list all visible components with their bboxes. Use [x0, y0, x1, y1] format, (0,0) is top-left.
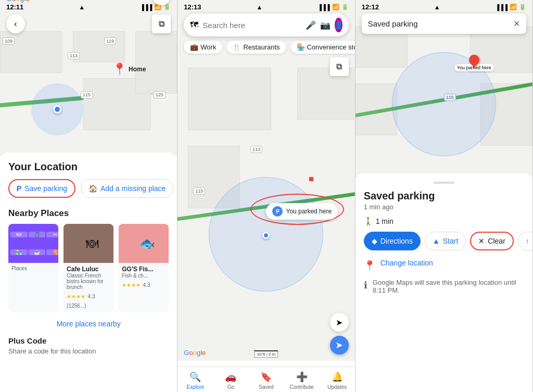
- panel-saved-parking: 113 115 You parked here 12:12 ▲ ▐▐▐📶🔋 ✕ …: [356, 0, 533, 392]
- your-location-heading: Your Location: [8, 161, 169, 173]
- saved-label: Saved: [259, 384, 273, 390]
- clear-icon: ✕: [478, 237, 485, 245]
- road-num-113: 113: [68, 52, 80, 59]
- parked-icon: P: [272, 206, 283, 217]
- saved-icon: 🔖: [260, 371, 272, 383]
- back-icon: ‹: [14, 19, 17, 29]
- convenience-chip[interactable]: 🏪 Convenience stores: [290, 41, 355, 54]
- road-num-115-p2: 115: [193, 187, 205, 195]
- save-parking-chip[interactable]: P Save parking: [8, 179, 75, 198]
- nav-saved[interactable]: 🔖 Saved: [248, 371, 284, 390]
- parking-icon: P: [17, 184, 21, 193]
- plus-code-heading: Plus Code: [8, 336, 169, 345]
- convenience-chip-label: Convenience stores: [307, 43, 355, 51]
- nearby-card-cafe-luluc[interactable]: 🍽 Cafe Luluc Classic French bistro known…: [64, 224, 113, 312]
- google-logo-2: Google: [184, 349, 206, 357]
- change-location-link[interactable]: Change location: [380, 259, 433, 267]
- home-label: Home: [129, 66, 146, 73]
- more-places-link[interactable]: More places nearby: [8, 320, 169, 328]
- road-num-113-p2: 113: [250, 146, 262, 153]
- nav-updates[interactable]: 🔔 Updates: [320, 371, 355, 390]
- nearby-places-heading: Nearby Places: [8, 208, 169, 219]
- scale-ft: 10 ft: [257, 352, 265, 357]
- scale-bar: 10 ft / 2 m: [255, 350, 278, 358]
- share-button[interactable]: ↑ Share: [518, 232, 532, 250]
- work-chip[interactable]: 💼 Work: [184, 41, 222, 54]
- clear-button[interactable]: ✕ Clear: [470, 232, 513, 250]
- go-icon: 🚗: [225, 371, 236, 383]
- bottom-sheet-1: Your Location P Save parking 🏠 Add a mis…: [0, 153, 177, 392]
- search-bar: 🗺 🎤 📷 👤: [184, 14, 348, 36]
- restaurants-chip[interactable]: 🍴 Restaurants: [226, 41, 286, 54]
- go-label: Go: [227, 384, 234, 390]
- compass-icon-1: ➤: [158, 0, 165, 1]
- compass-icon-2: ➤: [336, 318, 342, 327]
- location-dot: [53, 105, 61, 113]
- saved-parking-search-input[interactable]: [368, 19, 509, 28]
- start-button[interactable]: ▲ Start: [425, 232, 466, 250]
- layers-icon-2: ⧉: [336, 62, 342, 71]
- status-time-2: 12:13: [184, 3, 201, 11]
- nearby-card-ggs-fish[interactable]: 🐟 GG'S Fis... Fish & ch... ★★★★ 4.3: [119, 224, 169, 312]
- accuracy-ring: [31, 83, 83, 135]
- arrow-icon: ➤: [335, 339, 343, 351]
- nav-explore[interactable]: 🔍 Explore: [177, 371, 213, 390]
- directions-icon: ◆: [372, 237, 377, 245]
- cafe-luluc-name: Cafe Luluc: [67, 265, 110, 273]
- directions-button[interactable]: ◆ Directions: [364, 232, 421, 250]
- nav-go[interactable]: 🚗 Go: [213, 371, 248, 390]
- status-bar-2: 12:13 ▲ ▐▐▐📶🔋: [177, 0, 354, 12]
- mic-icon[interactable]: 🎤: [306, 20, 316, 30]
- panel-search-map: 113 115 P You parked here 12:13 ▲ ▐▐▐📶🔋: [177, 0, 355, 392]
- nearby-card-img-generic: 🍽 🎵 ✂ 🏪 ☕ 🍕: [8, 224, 58, 263]
- status-time-3: 12:12: [362, 3, 379, 11]
- status-icons-3: ▐▐▐📶🔋: [496, 4, 526, 10]
- google-maps-logo: 🗺: [190, 20, 198, 30]
- close-button[interactable]: ✕: [513, 19, 520, 29]
- saved-parking-heading: Saved parking: [364, 190, 524, 202]
- change-location-row: 📍 Change location: [364, 259, 524, 271]
- cafe-luluc-img: 🍽: [64, 224, 113, 263]
- user-avatar[interactable]: 👤: [335, 18, 342, 32]
- saved-parking-search-bar: ✕: [362, 14, 526, 34]
- status-icons-1: ▐▐▐📶🔋: [140, 4, 171, 10]
- clear-label: Clear: [488, 237, 505, 245]
- ggs-fish-rating: 4.3: [143, 282, 150, 288]
- updates-label: Updates: [327, 384, 347, 390]
- back-button[interactable]: ‹: [6, 15, 25, 33]
- navigate-arrow-button[interactable]: ➤: [330, 336, 349, 355]
- start-label: Start: [443, 237, 459, 245]
- status-time-1: 12:11: [6, 3, 23, 11]
- info-note-text: Google Maps will save this parking locat…: [373, 279, 524, 294]
- camera-icon[interactable]: 📷: [320, 20, 331, 30]
- status-bar-1: 12:11 ▲ ▐▐▐📶🔋: [0, 0, 177, 12]
- compass-button-2[interactable]: ➤: [330, 313, 349, 332]
- status-icons-2: ▐▐▐📶🔋: [318, 4, 348, 10]
- search-input[interactable]: [202, 21, 301, 30]
- walk-time-row: 🚶 1 min: [364, 217, 524, 225]
- road-num-109: 109: [3, 37, 15, 45]
- nav-contribute[interactable]: ➕ Contribute: [284, 371, 320, 390]
- walk-time: 1 min: [376, 217, 394, 225]
- road-num-125: 125: [154, 91, 166, 98]
- nearby-card-generic[interactable]: 🍽 🎵 ✂ 🏪 ☕ 🍕 Places: [8, 224, 58, 312]
- parked-blue-dot: [262, 232, 270, 239]
- time-ago: 1 min ago: [364, 203, 524, 211]
- add-icon: 🏠: [88, 184, 97, 193]
- cafe-luluc-desc: Classic French bistro known for brunch: [67, 273, 110, 290]
- add-missing-label: Add a missing place: [100, 184, 166, 193]
- add-missing-place-chip[interactable]: 🏠 Add a missing place: [81, 179, 173, 198]
- parked-here-label: You parked here: [286, 208, 332, 215]
- panel-your-location: 109 113 115 119 125 12:11 ▲ ▐▐▐📶🔋 ‹ ⧉ ➤: [0, 0, 177, 392]
- save-parking-label: Save parking: [24, 184, 67, 193]
- layers-button-1[interactable]: ⧉: [152, 15, 171, 33]
- map-panel1: 109 113 115 119 125 12:11 ▲ ▐▐▐📶🔋 ‹ ⧉ ➤: [0, 0, 177, 156]
- action-chips-row: P Save parking 🏠 Add a missing place: [8, 179, 169, 198]
- red-pin: You parked here: [454, 55, 494, 71]
- walk-icon: 🚶: [364, 217, 373, 225]
- layers-button-2[interactable]: ⧉: [330, 57, 349, 76]
- ggs-fish-desc: Fish & ch...: [122, 273, 166, 279]
- drag-handle: [434, 182, 454, 184]
- layers-icon-1: ⧉: [159, 19, 164, 29]
- share-icon: ↑: [526, 237, 529, 245]
